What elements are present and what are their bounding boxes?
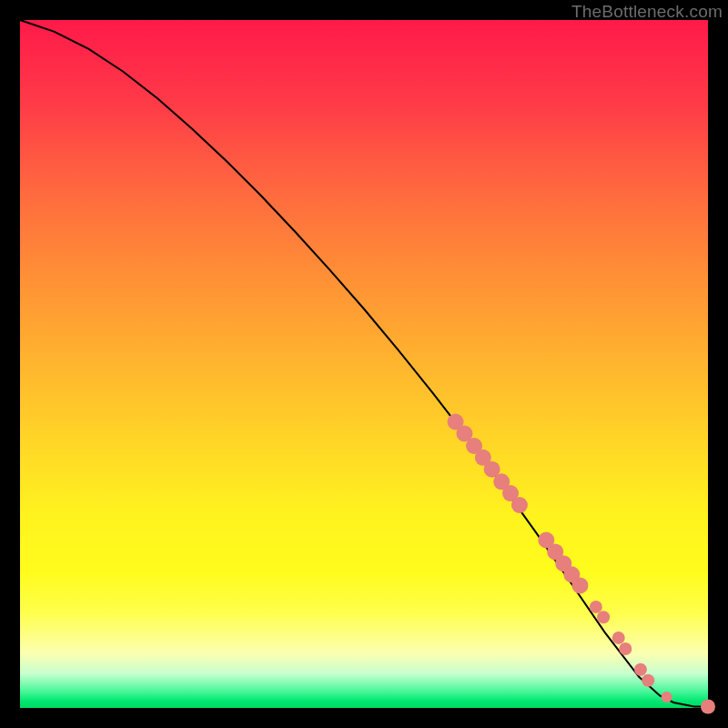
data-point <box>662 692 672 703</box>
data-point <box>597 611 610 623</box>
data-point <box>642 674 654 687</box>
points-group <box>448 414 716 714</box>
data-point <box>590 601 602 613</box>
data-point <box>701 700 715 714</box>
data-point <box>634 663 647 676</box>
chart-svg <box>20 20 708 708</box>
data-point <box>571 577 588 593</box>
data-point <box>619 642 632 655</box>
watermark-text: TheBottleneck.com <box>571 2 723 22</box>
data-point <box>511 497 528 513</box>
data-point <box>612 632 625 644</box>
curve-line <box>20 20 708 707</box>
